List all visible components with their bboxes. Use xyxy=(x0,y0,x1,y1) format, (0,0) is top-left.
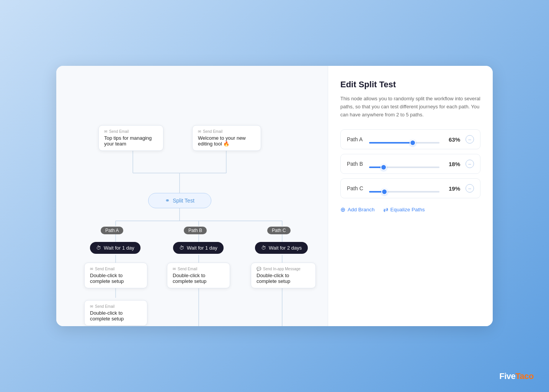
email-node-2-title: Welcome to your new editing tool 🔥 xyxy=(198,135,255,147)
send-a1-type: ✉ Send Email xyxy=(90,267,142,271)
path-a-slider[interactable] xyxy=(369,142,440,144)
email-icon-2: ✉ xyxy=(198,129,201,134)
email-node-1-title: Top tips for managing your team xyxy=(104,135,158,147)
add-branch-button[interactable]: ⊕ Add Branch xyxy=(340,206,375,213)
send-email-a2[interactable]: ✉ Send Email Double-click to complete se… xyxy=(84,300,147,326)
email-node-1-type: ✉ Send Email xyxy=(104,129,158,134)
path-a-label: Path A xyxy=(347,136,364,142)
main-card: ✉ Send Email Top tips for managing your … xyxy=(56,66,493,326)
path-b-remove[interactable]: − xyxy=(466,160,474,168)
path-c-slider[interactable] xyxy=(369,191,440,193)
email-icon-a2: ✉ xyxy=(90,304,93,309)
brand-accent: Taco xyxy=(515,371,534,381)
path-c-badge: Path C xyxy=(267,227,291,234)
edit-panel-title: Edit Split Test xyxy=(340,80,480,90)
path-c-slider-wrap xyxy=(369,187,440,189)
equalize-icon: ⇄ xyxy=(383,206,388,213)
send-a1-title: Double-click to complete setup xyxy=(90,273,142,284)
path-c-row: Path C 19% − xyxy=(340,178,480,198)
send-b1-title: Double-click to complete setup xyxy=(173,273,224,284)
send-b1-type: ✉ Send Email xyxy=(173,267,224,271)
path-b-label: Path B xyxy=(347,161,364,167)
equalize-paths-button[interactable]: ⇄ Equalize Paths xyxy=(383,206,425,213)
edit-panel: Edit Split Test This node allows you to … xyxy=(328,66,493,326)
send-c1-type: 💬 Send In-app Message xyxy=(257,267,310,271)
path-b-row: Path B 18% − xyxy=(340,154,480,174)
path-a-pct: 63% xyxy=(445,136,460,143)
split-test-node[interactable]: ⚭ Split Test xyxy=(148,193,211,208)
wait-pill-c[interactable]: ⏱ Wait for 2 days xyxy=(255,242,308,254)
send-email-a1[interactable]: ✉ Send Email Double-click to complete se… xyxy=(84,263,147,288)
plus-circle-icon: ⊕ xyxy=(340,206,345,213)
path-b-slider-wrap xyxy=(369,163,440,165)
split-label: Split Test xyxy=(173,198,194,204)
path-b-slider[interactable] xyxy=(369,167,440,168)
send-a2-type: ✉ Send Email xyxy=(90,304,142,309)
email-icon-b1: ✉ xyxy=(173,267,176,271)
clock-icon-b: ⏱ xyxy=(179,245,184,251)
wait-pill-b[interactable]: ⏱ Wait for 1 day xyxy=(173,242,224,254)
path-a-badge: Path A xyxy=(101,227,123,234)
email-icon-a1: ✉ xyxy=(90,267,93,271)
send-a2-title: Double-click to complete setup xyxy=(90,310,142,322)
send-c1-title: Double-click to complete setup xyxy=(257,273,310,284)
split-icon: ⚭ xyxy=(165,197,170,204)
email-icon-1: ✉ xyxy=(104,129,107,134)
path-b-pct: 18% xyxy=(445,161,460,167)
email-node-2[interactable]: ✉ Send Email Welcome to your new editing… xyxy=(192,125,261,151)
workflow-canvas: ✉ Send Email Top tips for managing your … xyxy=(56,66,328,326)
send-email-b1[interactable]: ✉ Send Email Double-click to complete se… xyxy=(167,263,230,288)
panel-actions: ⊕ Add Branch ⇄ Equalize Paths xyxy=(340,206,480,213)
email-node-2-type: ✉ Send Email xyxy=(198,129,255,134)
path-a-row: Path A 63% − xyxy=(340,129,480,149)
edit-panel-desc: This node allows you to randomly split t… xyxy=(340,95,480,119)
path-c-pct: 19% xyxy=(445,185,460,192)
path-c-label: Path C xyxy=(347,185,364,191)
send-inapp-c1[interactable]: 💬 Send In-app Message Double-click to co… xyxy=(251,263,316,288)
brand-logo: FiveTaco xyxy=(499,371,534,381)
clock-icon-c: ⏱ xyxy=(261,245,266,251)
email-node-1[interactable]: ✉ Send Email Top tips for managing your … xyxy=(98,125,163,151)
clock-icon-a: ⏱ xyxy=(96,245,101,251)
path-a-remove[interactable]: − xyxy=(466,135,474,144)
path-b-badge: Path B xyxy=(184,227,207,234)
chat-icon-c1: 💬 xyxy=(257,267,261,271)
path-c-remove[interactable]: − xyxy=(466,184,474,193)
path-a-slider-wrap xyxy=(369,138,440,140)
wait-pill-a[interactable]: ⏱ Wait for 1 day xyxy=(90,242,141,254)
